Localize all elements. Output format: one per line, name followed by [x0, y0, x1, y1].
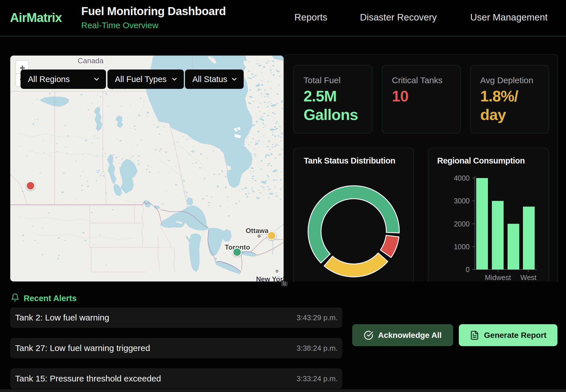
svg-text:Canada: Canada — [78, 56, 104, 65]
svg-text:2000: 2000 — [454, 220, 470, 228]
svg-text:Ottawa: Ottawa — [246, 227, 269, 234]
svg-text:Midwest: Midwest — [485, 273, 511, 281]
svg-text:New York: New York — [256, 275, 284, 281]
svg-text:0: 0 — [466, 266, 470, 273]
svg-text:4000: 4000 — [454, 174, 470, 182]
svg-text:West: West — [520, 273, 537, 281]
svg-text:1000: 1000 — [454, 243, 470, 251]
svg-text:3000: 3000 — [454, 197, 470, 205]
